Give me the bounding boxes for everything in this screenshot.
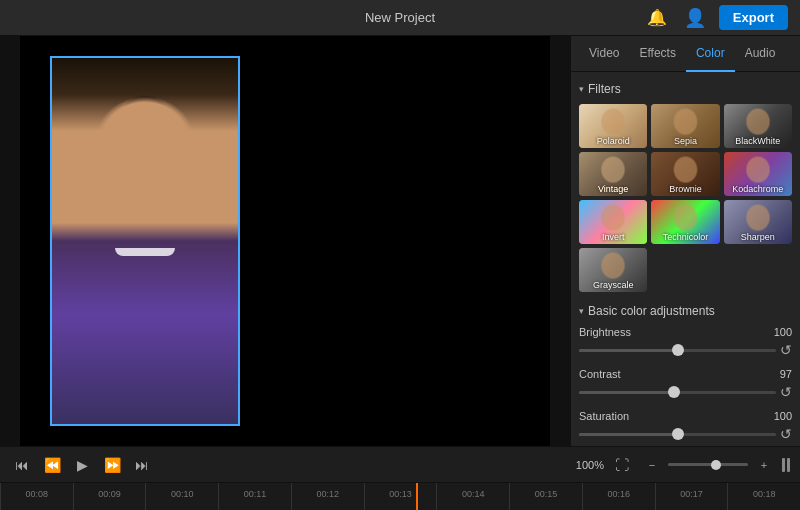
filter-thumb-vintage: Vintage — [579, 152, 647, 196]
adjustments-section-header[interactable]: ▾ Basic color adjustments — [579, 304, 792, 318]
main-area: Video Effects Color Audio ▾ Filters Pola… — [0, 36, 800, 446]
filter-label-sharpen: Sharpen — [741, 232, 775, 242]
contrast-slider[interactable] — [579, 391, 776, 394]
export-button[interactable]: Export — [719, 5, 788, 30]
timeline[interactable]: 00:08 00:09 00:10 00:11 00:12 00:13 00:1… — [0, 482, 800, 510]
tab-audio[interactable]: Audio — [735, 36, 786, 72]
brightness-row: Brightness 100 ↺ — [579, 326, 792, 358]
zoom-slider[interactable] — [668, 463, 748, 466]
skip-to-start-button[interactable]: ⏮ — [10, 453, 34, 477]
filter-label-grayscale: Grayscale — [593, 280, 634, 290]
zoom-controls: − + — [640, 453, 776, 477]
tick-2: 00:10 — [145, 483, 218, 510]
saturation-slider[interactable] — [579, 433, 776, 436]
header-actions: 🔔 👤 Export — [643, 4, 788, 32]
tick-8: 00:16 — [582, 483, 655, 510]
zoom-level: 100% — [576, 459, 604, 471]
tick-9: 00:17 — [655, 483, 728, 510]
filter-label-invert: Invert — [602, 232, 625, 242]
fit-to-screen-button[interactable]: ⛶ — [610, 453, 634, 477]
filter-blackwhite[interactable]: BlackWhite — [724, 104, 792, 148]
tick-7: 00:15 — [509, 483, 582, 510]
zoom-out-button[interactable]: − — [640, 453, 664, 477]
adjustments-section: ▾ Basic color adjustments Brightness 100 — [579, 304, 792, 446]
person-overlay — [52, 58, 238, 424]
skip-to-end-button[interactable]: ⏭ — [130, 453, 154, 477]
brightness-label: Brightness — [579, 326, 631, 338]
filter-thumb-sharpen: Sharpen — [724, 200, 792, 244]
filter-sepia[interactable]: Sepia — [651, 104, 719, 148]
timeline-playhead — [416, 483, 418, 510]
tick-0: 00:08 — [0, 483, 73, 510]
filter-grayscale[interactable]: Grayscale — [579, 248, 647, 292]
saturation-slider-container: ↺ — [579, 426, 792, 442]
zoom-in-button[interactable]: + — [752, 453, 776, 477]
filter-thumb-brownie: Brownie — [651, 152, 719, 196]
filter-label-blackwhite: BlackWhite — [735, 136, 780, 146]
brightness-reset-button[interactable]: ↺ — [780, 342, 792, 358]
project-title: New Project — [365, 10, 435, 25]
user-button[interactable]: 👤 — [681, 4, 709, 32]
saturation-value: 100 — [774, 410, 792, 422]
tick-1: 00:09 — [73, 483, 146, 510]
video-canvas — [20, 36, 550, 446]
filter-brownie[interactable]: Brownie — [651, 152, 719, 196]
contrast-row: Contrast 97 ↺ — [579, 368, 792, 400]
bottom-toolbar: ⏮ ⏪ ▶ ⏩ ⏭ 100% ⛶ − + — [0, 446, 800, 482]
filter-thumb-grayscale: Grayscale — [579, 248, 647, 292]
filter-thumb-blackwhite: BlackWhite — [724, 104, 792, 148]
header: New Project 🔔 👤 Export — [0, 0, 800, 36]
filter-label-kodachrome: Kodachrome — [732, 184, 783, 194]
contrast-value: 97 — [780, 368, 792, 380]
brightness-value: 100 — [774, 326, 792, 338]
tick-6: 00:14 — [436, 483, 509, 510]
smile-detail — [115, 248, 175, 256]
video-thumbnail — [50, 56, 240, 426]
tick-4: 00:12 — [291, 483, 364, 510]
contrast-slider-container: ↺ — [579, 384, 792, 400]
adjustments-chevron-icon: ▾ — [579, 306, 584, 316]
saturation-label: Saturation — [579, 410, 629, 422]
filter-vintage[interactable]: Vintage — [579, 152, 647, 196]
pause-bar-left — [782, 458, 785, 472]
tabs-bar: Video Effects Color Audio — [571, 36, 800, 72]
filter-label-sepia: Sepia — [674, 136, 697, 146]
bell-icon: 🔔 — [647, 8, 667, 27]
brightness-slider-container: ↺ — [579, 342, 792, 358]
contrast-reset-button[interactable]: ↺ — [780, 384, 792, 400]
filter-thumb-sepia: Sepia — [651, 104, 719, 148]
tick-5: 00:13 — [364, 483, 437, 510]
timeline-ruler: 00:08 00:09 00:10 00:11 00:12 00:13 00:1… — [0, 483, 800, 510]
tick-10: 00:18 — [727, 483, 800, 510]
next-frame-button[interactable]: ⏩ — [100, 453, 124, 477]
contrast-label: Contrast — [579, 368, 621, 380]
adjustments-label: Basic color adjustments — [588, 304, 715, 318]
filters-section-header[interactable]: ▾ Filters — [579, 82, 792, 96]
saturation-reset-button[interactable]: ↺ — [780, 426, 792, 442]
play-button[interactable]: ▶ — [70, 453, 94, 477]
filter-label-polaroid: Polaroid — [597, 136, 630, 146]
panel-content: ▾ Filters Polaroid Sepia — [571, 72, 800, 446]
filters-label: Filters — [588, 82, 621, 96]
filter-label-vintage: Vintage — [598, 184, 628, 194]
brightness-slider[interactable] — [579, 349, 776, 352]
tab-effects[interactable]: Effects — [629, 36, 685, 72]
filter-invert[interactable]: Invert — [579, 200, 647, 244]
filter-thumb-polaroid: Polaroid — [579, 104, 647, 148]
filter-label-technicolor: Technicolor — [663, 232, 709, 242]
tab-color[interactable]: Color — [686, 36, 735, 72]
filter-polaroid[interactable]: Polaroid — [579, 104, 647, 148]
notifications-button[interactable]: 🔔 — [643, 4, 671, 32]
video-area — [0, 36, 570, 446]
tab-video[interactable]: Video — [579, 36, 629, 72]
filters-chevron-icon: ▾ — [579, 84, 584, 94]
filter-kodachrome[interactable]: Kodachrome — [724, 152, 792, 196]
filter-thumb-technicolor: Technicolor — [651, 200, 719, 244]
prev-frame-button[interactable]: ⏪ — [40, 453, 64, 477]
user-icon: 👤 — [684, 7, 706, 29]
fullscreen-icon: ⛶ — [615, 457, 629, 473]
filter-technicolor[interactable]: Technicolor — [651, 200, 719, 244]
saturation-row: Saturation 100 ↺ — [579, 410, 792, 442]
filter-sharpen[interactable]: Sharpen — [724, 200, 792, 244]
tick-3: 00:11 — [218, 483, 291, 510]
